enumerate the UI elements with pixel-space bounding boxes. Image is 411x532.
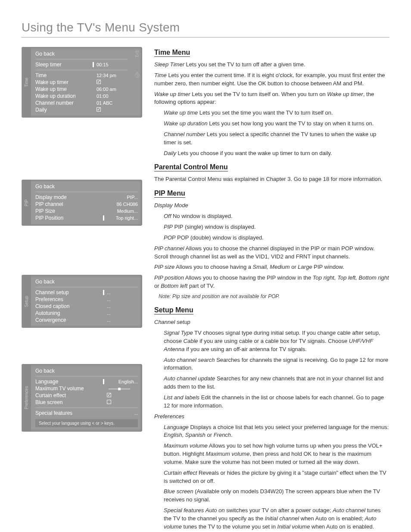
hourglass-icon [134,50,140,59]
checkbox-icon [107,393,111,397]
pip-display-mode: Display Mode [154,202,389,210]
setup-channel-setup: Channel setup [154,318,389,327]
checkbox-icon [97,80,101,84]
osd-pip-tag: PIP [22,180,31,226]
osd-preferences: Preferences Go back LanguageEnglish... M… [22,364,142,432]
heading-setup: Setup Menu [154,306,389,315]
osd-pip: PIP Go back Display modePIP... PIP chann… [22,180,142,226]
osd-preferences-wrapper: Preferences Go back LanguageEnglish... M… [22,364,142,432]
osd-hint: Select your language using < or > keys. [35,419,138,427]
clock-icon [134,72,140,80]
page-title: Using the TV's Menu System [22,21,389,37]
setup-preferences: Preferences [154,413,389,421]
heading-parental: Parental Control Menu [154,163,389,172]
osd-setup-tag: Setup [22,275,31,328]
checkbox-icon [97,107,101,112]
osd-time: Time Go back Sleep timer00:15 Time12:34 … [22,47,142,118]
osd-pref-tag: Preferences [22,364,31,432]
slider-icon [109,389,130,389]
osd-time-tag: Time [22,47,31,118]
checkbox-empty-icon [107,400,111,404]
pip-note: Note: Pip size and position are not avai… [159,293,389,300]
parental-text: The Parental Control Menu was explained … [154,175,389,184]
osd-setup: Setup Go back Channel setup... Preferenc… [22,275,142,328]
text-column: Time Menu Sleep Timer Lets you set the T… [154,47,389,532]
osd-go-back: Go back [35,51,128,57]
heading-pip: PIP Menu [154,190,389,198]
heading-time-menu: Time Menu [154,49,389,57]
figures-column: Time Go back Sleep timer00:15 Time12:34 … [22,47,142,532]
